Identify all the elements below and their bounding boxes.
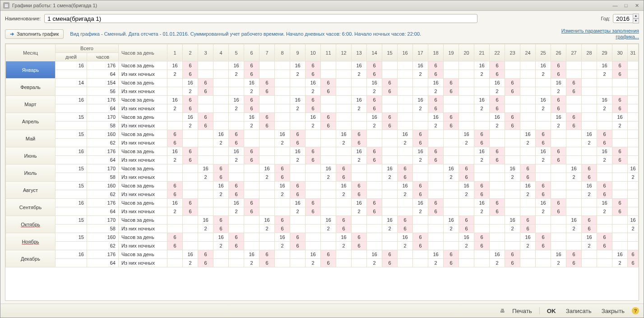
cell[interactable]: 2	[398, 190, 413, 199]
cell[interactable]: 2	[367, 87, 382, 96]
cell[interactable]	[321, 233, 336, 242]
cell[interactable]	[428, 164, 444, 173]
cell[interactable]: 2	[213, 139, 229, 147]
cell[interactable]: 16	[244, 79, 259, 87]
cell[interactable]: 16	[505, 164, 520, 173]
cell[interactable]: 6	[413, 130, 428, 139]
cell[interactable]	[290, 113, 306, 122]
cell[interactable]: 16	[275, 182, 290, 190]
cell[interactable]	[566, 182, 582, 190]
cell[interactable]: 6	[582, 164, 597, 173]
cell[interactable]	[428, 173, 444, 182]
cell[interactable]: 6	[290, 139, 306, 147]
cell[interactable]	[490, 233, 505, 242]
cell[interactable]	[536, 250, 551, 259]
cell[interactable]: 6	[444, 113, 459, 122]
cell[interactable]: 6	[505, 250, 520, 259]
cell[interactable]: 6	[490, 104, 505, 113]
cell[interactable]	[428, 190, 444, 199]
cell[interactable]	[321, 199, 336, 207]
cell[interactable]	[520, 96, 536, 104]
cell[interactable]: 2	[582, 242, 597, 250]
cell[interactable]	[198, 207, 213, 216]
cell[interactable]	[444, 139, 459, 147]
cell[interactable]	[444, 61, 459, 70]
cell[interactable]	[444, 207, 459, 216]
cell[interactable]	[275, 122, 290, 130]
cell[interactable]	[306, 233, 321, 242]
cell[interactable]: 2	[275, 242, 290, 250]
cell[interactable]: 2	[167, 207, 183, 216]
cell[interactable]: 2	[612, 259, 628, 267]
cell[interactable]	[259, 242, 275, 250]
cell[interactable]	[167, 224, 183, 233]
cell[interactable]	[520, 207, 536, 216]
cell[interactable]	[367, 224, 382, 233]
cell[interactable]	[198, 130, 213, 139]
cell[interactable]: 6	[321, 122, 336, 130]
cell[interactable]	[275, 113, 290, 122]
cell[interactable]	[336, 104, 352, 113]
cell[interactable]	[490, 139, 505, 147]
cell[interactable]: 2	[551, 122, 566, 130]
cell[interactable]	[582, 87, 597, 96]
cell[interactable]: 2	[336, 190, 352, 199]
cell[interactable]: 6	[490, 70, 505, 79]
cell[interactable]: 6	[306, 61, 321, 70]
cell[interactable]	[321, 70, 336, 79]
cell[interactable]	[244, 173, 259, 182]
cell[interactable]	[536, 259, 551, 267]
cell[interactable]: 6	[413, 242, 428, 250]
cell[interactable]	[398, 147, 413, 156]
cell[interactable]	[612, 79, 628, 87]
cell[interactable]	[612, 233, 628, 242]
cell[interactable]	[290, 216, 306, 224]
cell[interactable]: 6	[551, 104, 566, 113]
cell[interactable]	[290, 224, 306, 233]
cell[interactable]	[167, 173, 183, 182]
cell[interactable]: 6	[183, 207, 198, 216]
month-cell[interactable]: Февраль	[6, 79, 56, 96]
cell[interactable]	[536, 164, 551, 173]
cell[interactable]: 2	[597, 104, 612, 113]
cell[interactable]	[167, 250, 183, 259]
cell[interactable]	[597, 79, 612, 87]
cell[interactable]	[259, 61, 275, 70]
cell[interactable]	[213, 61, 229, 70]
cell[interactable]	[612, 139, 628, 147]
cell[interactable]	[382, 190, 398, 199]
cell[interactable]	[229, 164, 244, 173]
cell[interactable]: 16	[551, 250, 566, 259]
cell[interactable]	[628, 130, 639, 139]
cell[interactable]: 6	[198, 259, 213, 267]
cell[interactable]: 16	[229, 96, 244, 104]
cell[interactable]: 6	[474, 242, 490, 250]
cell[interactable]: 16	[520, 182, 536, 190]
name-input[interactable]	[44, 14, 477, 23]
cell[interactable]	[306, 182, 321, 190]
cell[interactable]	[536, 216, 551, 224]
cell[interactable]: 6	[259, 87, 275, 96]
cell[interactable]: 16	[244, 250, 259, 259]
cell[interactable]: 6	[198, 87, 213, 96]
cell[interactable]: 6	[183, 104, 198, 113]
cell[interactable]: 6	[582, 216, 597, 224]
cell[interactable]	[183, 173, 198, 182]
cell[interactable]: 16	[566, 164, 582, 173]
cell[interactable]	[566, 156, 582, 164]
cell[interactable]: 2	[444, 173, 459, 182]
cell[interactable]	[628, 199, 639, 207]
cell[interactable]: 16	[167, 61, 183, 70]
cell[interactable]	[167, 122, 183, 130]
cell[interactable]: 6	[597, 190, 612, 199]
cell[interactable]: 16	[474, 199, 490, 207]
cell[interactable]: 16	[229, 147, 244, 156]
cell[interactable]	[474, 113, 490, 122]
cell[interactable]	[597, 164, 612, 173]
cell[interactable]: 6	[306, 96, 321, 104]
cell[interactable]: 16	[213, 182, 229, 190]
cell[interactable]	[459, 147, 474, 156]
cell[interactable]: 6	[520, 216, 536, 224]
cell[interactable]: 2	[382, 173, 398, 182]
cell[interactable]	[444, 147, 459, 156]
